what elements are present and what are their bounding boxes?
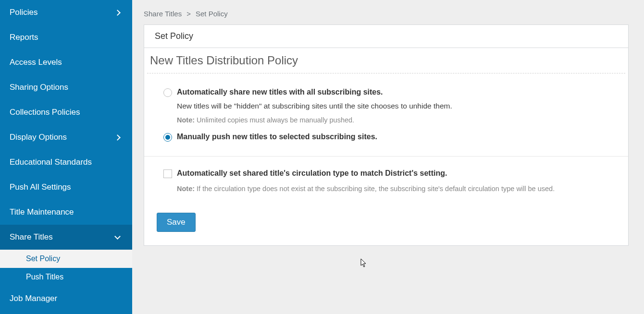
note-label: Note: [177, 116, 195, 124]
circulation-type-option: Automatically set shared title's circula… [144, 157, 628, 204]
sidebar-item-display-options[interactable]: Display Options [0, 125, 132, 150]
sidebar-item-sharing-options[interactable]: Sharing Options [0, 75, 132, 100]
save-button[interactable]: Save [157, 213, 196, 232]
sidebar-item-label: Policies [10, 8, 38, 17]
chevron-right-icon [114, 134, 121, 141]
sidebar-item-label: Push All Settings [10, 182, 71, 192]
set-policy-panel: Set Policy New Titles Distribution Polic… [144, 24, 629, 246]
sidebar-item-label: Display Options [10, 133, 67, 142]
option-note: Note: Unlimited copies must always be ma… [177, 116, 609, 124]
checkbox-label: Automatically set shared title's circula… [177, 169, 447, 178]
option-subtext: New titles will be "hidden" at subscribi… [177, 102, 609, 110]
note-text: Unlimited copies must always be manually… [195, 116, 354, 124]
sidebar-item-label: Reports [10, 33, 38, 42]
sidebar-item-collections-policies[interactable]: Collections Policies [0, 100, 132, 125]
chevron-right-icon [114, 10, 121, 16]
note-text: If the circulation type does not exist a… [195, 185, 555, 193]
sidebar-item-label: Share Titles [10, 232, 53, 242]
checkbox-icon[interactable] [163, 169, 172, 178]
breadcrumb-share-titles[interactable]: Share Titles [144, 10, 182, 18]
option-manual-push[interactable]: Manually push new titles to selected sub… [163, 133, 609, 142]
sidebar: Policies Reports Access Levels Sharing O… [0, 0, 132, 314]
chevron-down-icon [114, 233, 121, 240]
distribution-policy-options: Automatically share new titles with all … [144, 73, 628, 157]
sidebar-item-label: Job Manager [10, 294, 57, 303]
sidebar-subitem-set-policy[interactable]: Set Policy [0, 250, 132, 268]
option-label: Automatically share new titles with all … [177, 88, 383, 97]
sidebar-item-policies[interactable]: Policies [0, 0, 132, 25]
note-label: Note: [177, 185, 195, 193]
checkbox-note: Note: If the circulation type does not e… [177, 185, 609, 193]
sidebar-item-access-levels[interactable]: Access Levels [0, 50, 132, 75]
sidebar-item-title-maintenance[interactable]: Title Maintenance [0, 200, 132, 225]
option-auto-share[interactable]: Automatically share new titles with all … [163, 88, 609, 97]
panel-header: Set Policy [144, 25, 628, 48]
breadcrumb-set-policy: Set Policy [196, 10, 228, 18]
section-title: New Titles Distribution Policy [147, 48, 625, 73]
panel-body: Automatically share new titles with all … [144, 73, 628, 245]
sidebar-item-label: Title Maintenance [10, 207, 74, 217]
sidebar-item-educational-standards[interactable]: Educational Standards [0, 150, 132, 175]
radio-icon[interactable] [163, 133, 172, 142]
sidebar-item-label: Access Levels [10, 58, 62, 67]
checkbox-auto-circ-type[interactable]: Automatically set shared title's circula… [163, 169, 609, 178]
sidebar-item-job-manager[interactable]: Job Manager [0, 286, 132, 311]
sidebar-subitem-push-titles[interactable]: Push Titles [0, 268, 132, 286]
sidebar-item-reports[interactable]: Reports [0, 25, 132, 50]
sidebar-item-label: Sharing Options [10, 83, 68, 92]
sidebar-item-label: Push Titles [26, 273, 63, 281]
sidebar-submenu-share-titles: Set Policy Push Titles [0, 250, 132, 286]
sidebar-item-label: Educational Standards [10, 157, 92, 167]
option-label: Manually push new titles to selected sub… [177, 133, 377, 141]
panel-footer: Save [144, 204, 628, 245]
main-content: Share Titles > Set Policy Set Policy New… [132, 0, 644, 314]
sidebar-item-label: Collections Policies [10, 108, 80, 117]
breadcrumb: Share Titles > Set Policy [144, 10, 629, 18]
sidebar-item-push-all-settings[interactable]: Push All Settings [0, 175, 132, 200]
sidebar-item-share-titles[interactable]: Share Titles [0, 225, 132, 250]
sidebar-item-label: Set Policy [26, 254, 60, 263]
radio-icon[interactable] [163, 88, 172, 97]
breadcrumb-separator: > [186, 10, 191, 18]
